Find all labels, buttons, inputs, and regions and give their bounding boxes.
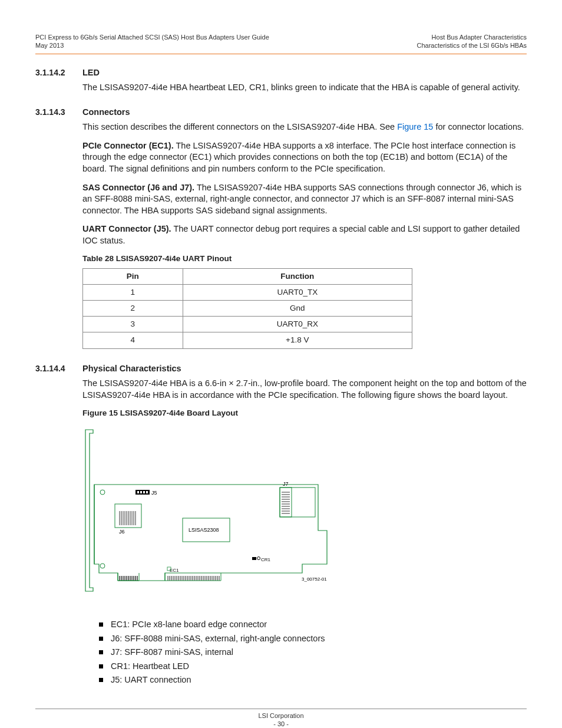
j6-label: J6 (119, 529, 125, 535)
footer-rule (35, 709, 527, 709)
list-item: CR1: Heartbeat LED (99, 661, 527, 673)
svg-rect-8 (115, 504, 141, 528)
uart-paragraph: UART Connector (J5). The UART connector … (82, 223, 527, 246)
section-title-led: LED (82, 67, 527, 79)
header-right-1: Host Bus Adapter Characteristics (417, 33, 527, 41)
board-layout-figure: J5 J6 LSISAS2308 (82, 429, 342, 599)
th-function: Function (183, 268, 412, 284)
led-body: The LSISAS9207-4i4e HBA heartbeat LED, C… (82, 82, 527, 94)
uart-bold: UART Connector (J5). (82, 224, 171, 233)
svg-rect-21 (280, 487, 292, 517)
connectors-intro: This section describes the different con… (82, 121, 527, 133)
j5-label: J5 (151, 490, 157, 496)
sas-paragraph: SAS Connector (J6 and J7). The LSISAS920… (82, 182, 527, 217)
component-list: EC1: PCIe x8-lane board edge connector J… (82, 619, 527, 686)
svg-point-1 (100, 490, 105, 495)
ec1-label: EC1 (170, 568, 179, 573)
list-item: J5: UART connection (99, 674, 527, 686)
header-rule (35, 54, 527, 54)
table-caption: Table 28 LSISAS9207-4i4e UART Pinout (82, 253, 527, 264)
section-title-physical: Physical Characteristics (82, 363, 527, 375)
cr1-label: CR1 (261, 557, 271, 562)
sas-bold: SAS Connector (J6 and J7). (82, 183, 194, 192)
pcie-paragraph: PCIe Connector (EC1). The LSISAS9207-4i4… (82, 140, 527, 175)
svg-point-33 (257, 556, 260, 559)
page-header: PCI Express to 6Gb/s Serial Attached SCS… (35, 33, 527, 50)
list-item: J7: SFF-8087 mini-SAS, internal (99, 647, 527, 658)
svg-rect-7 (146, 491, 148, 493)
uart-pinout-table: Pin Function 1 UART0_TX 2 Gnd 3 UART0_RX… (82, 268, 412, 349)
chip-label: LSISAS2308 (189, 527, 219, 533)
footer-page: - 30 - (35, 720, 527, 728)
table-row: 4 +1.8 V (83, 332, 412, 348)
svg-rect-32 (252, 557, 256, 560)
svg-rect-4 (137, 491, 139, 493)
section-number: 3.1.14.2 (35, 67, 82, 101)
table-row: 3 UART0_RX (83, 317, 412, 332)
svg-point-2 (100, 564, 105, 568)
pcie-bold: PCIe Connector (EC1). (82, 141, 174, 150)
header-right-2: Characteristics of the LSI 6Gb/s HBAs (417, 41, 527, 50)
svg-rect-5 (140, 491, 142, 493)
table-row: 1 UART0_TX (83, 284, 412, 300)
j7-label: J7 (283, 481, 289, 487)
list-item: J6: SFF-8088 mini-SAS, external, right-a… (99, 633, 527, 645)
header-left-date: May 2013 (35, 41, 269, 50)
section-number: 3.1.14.4 (35, 363, 82, 691)
header-left-title: PCI Express to 6Gb/s Serial Attached SCS… (35, 33, 269, 41)
table-row: 2 Gnd (83, 301, 412, 317)
partno-label: 3_00752-01 (302, 577, 327, 582)
section-title-connectors: Connectors (82, 107, 527, 118)
figure-link[interactable]: Figure 15 (397, 122, 433, 131)
physical-body: The LSISAS9207-4i4e HBA is a 6.6-in × 2.… (82, 378, 527, 401)
page-footer: LSI Corporation - 30 - (35, 711, 527, 728)
list-item: EC1: PCIe x8-lane board edge connector (99, 619, 527, 631)
th-pin: Pin (83, 268, 183, 284)
svg-rect-6 (143, 491, 145, 493)
svg-rect-20 (280, 487, 315, 517)
section-number: 3.1.14.3 (35, 107, 82, 349)
footer-corp: LSI Corporation (35, 711, 527, 720)
figure-caption: Figure 15 LSISAS9207-4i4e Board Layout (82, 408, 527, 419)
